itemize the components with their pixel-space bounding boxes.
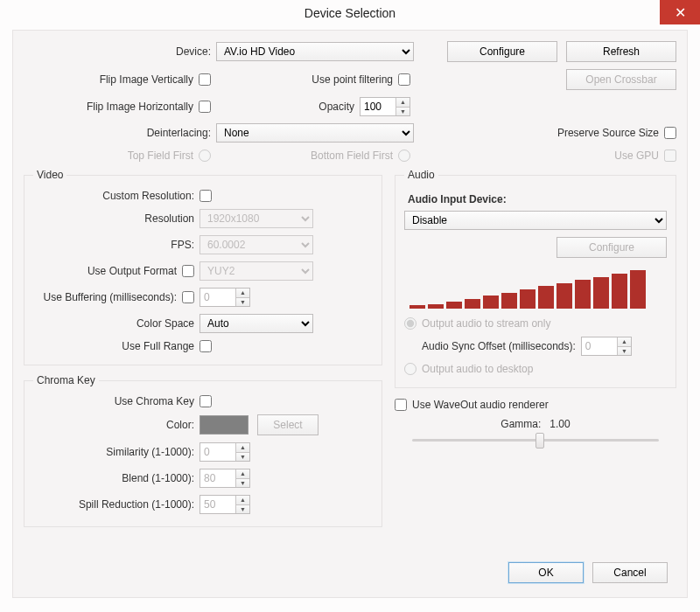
chroma-select-button[interactable]: Select [257,414,318,435]
close-button[interactable]: ✕ [660,0,700,24]
resolution-select[interactable]: 1920x1080 [200,209,313,228]
titlebar: Device Selection ✕ [0,0,700,26]
chevron-down-icon[interactable]: ▼ [236,298,249,307]
color-space-select[interactable]: Auto [200,314,313,333]
sync-offset-label: Audio Sync Offset (milliseconds): [422,340,576,352]
close-icon: ✕ [675,4,686,21]
window-title: Device Selection [304,6,396,20]
blend-spinner[interactable]: ▲▼ [200,469,250,488]
use-output-format-checkbox[interactable] [182,265,194,277]
gamma-slider[interactable] [412,439,659,442]
refresh-button[interactable]: Refresh [566,41,676,62]
fps-label: FPS: [33,239,200,251]
use-chroma-label: Use Chroma Key [115,395,194,407]
deinterlacing-select[interactable]: None [216,123,414,143]
blend-input[interactable] [200,469,235,487]
audio-level-meter [410,270,667,309]
top-field-first-label: Top Field First [128,150,193,162]
use-buffering-label: Use Buffering (milliseconds): [43,291,177,303]
use-point-filtering-checkbox[interactable] [398,73,410,86]
output-stream-label: Output audio to stream only [422,317,550,330]
audio-input-device-select[interactable]: Disable [404,211,667,230]
gamma-value: 1.00 [550,418,570,430]
use-gpu-label: Use GPU [614,150,659,162]
top-field-first-radio [199,150,211,162]
video-fieldset: Video Custom Resolution: Resolution 1920… [24,169,382,365]
chroma-color-label: Color: [33,419,200,431]
opacity-input[interactable] [360,98,396,115]
sync-offset-input[interactable] [582,337,617,355]
audio-fieldset: Audio Audio Input Device: Disable Config… [395,169,676,388]
gamma-slider-thumb[interactable] [536,433,544,449]
spill-input[interactable] [200,496,235,513]
device-label: Device: [24,45,216,58]
chevron-down-icon[interactable]: ▼ [236,479,249,488]
use-gpu-checkbox [664,150,676,162]
spill-label: Spill Reduction (1-1000): [33,498,200,511]
chroma-color-swatch [200,415,248,435]
audio-legend: Audio [404,169,438,181]
chevron-up-icon[interactable]: ▲ [236,496,249,505]
buffering-spinner[interactable]: ▲▼ [200,288,250,307]
chroma-legend: Chroma Key [33,374,99,386]
use-waveout-checkbox[interactable] [395,399,407,411]
opacity-spinner[interactable]: ▲▼ [360,97,410,116]
chroma-fieldset: Chroma Key Use Chroma Key Color: Select … [24,374,382,527]
flip-horizontal-checkbox[interactable] [199,101,211,113]
chevron-up-icon[interactable]: ▲ [236,289,249,298]
output-desktop-radio [404,363,416,375]
fps-select[interactable]: 60.0002 [200,235,313,254]
chevron-up-icon[interactable]: ▲ [236,469,249,479]
use-buffering-checkbox[interactable] [182,291,194,303]
use-waveout-label: Use WaveOut audio renderer [412,399,549,411]
custom-resolution-checkbox[interactable] [200,190,212,202]
buffering-input[interactable] [200,289,235,306]
bottom-field-first-label: Bottom Field First [311,150,393,162]
resolution-label: Resolution [33,212,200,225]
flip-vertical-checkbox[interactable] [199,73,211,86]
device-select[interactable]: AV.io HD Video [216,42,414,61]
similarity-spinner[interactable]: ▲▼ [200,442,250,462]
use-point-filtering-label: Use point filtering [312,73,393,86]
use-output-format-label: Use Output Format [88,265,177,277]
chevron-up-icon[interactable]: ▲ [396,98,410,108]
spill-spinner[interactable]: ▲▼ [200,495,250,514]
sync-offset-spinner[interactable]: ▲▼ [581,337,632,356]
video-legend: Video [33,169,66,181]
chevron-down-icon[interactable]: ▼ [396,108,410,116]
similarity-input[interactable] [200,443,235,461]
flip-horizontal-label: Flip Image Horizontally [87,101,193,113]
blend-label: Blend (1-1000): [33,472,200,484]
color-space-label: Color Space [33,317,200,330]
output-desktop-label: Output audio to desktop [422,363,533,375]
deinterlacing-label: Deinterlacing: [24,127,216,139]
flip-vertical-label: Flip Image Vertically [100,73,193,86]
chevron-up-icon[interactable]: ▲ [236,443,249,453]
audio-configure-button[interactable]: Configure [556,237,667,258]
chevron-up-icon[interactable]: ▲ [618,337,631,347]
ok-button[interactable]: OK [508,562,584,583]
dialog-footer: OK Cancel [508,562,668,583]
cancel-button[interactable]: Cancel [592,562,668,583]
chevron-down-icon[interactable]: ▼ [618,347,631,356]
preserve-source-label: Preserve Source Size [557,127,659,139]
use-chroma-checkbox[interactable] [200,395,212,407]
use-full-range-checkbox[interactable] [200,340,212,352]
similarity-label: Similarity (1-1000): [33,446,200,458]
output-stream-radio [404,317,416,330]
custom-resolution-label: Custom Resolution: [102,190,194,202]
output-format-select[interactable]: YUY2 [200,261,313,281]
audio-input-device-label: Audio Input Device: [408,193,667,205]
use-full-range-label: Use Full Range [122,340,194,352]
dialog-body: Device: AV.io HD Video Configure Refresh… [12,30,688,598]
top-controls: Device: AV.io HD Video Configure Refresh… [24,41,676,162]
gamma-label: Gamma: [500,418,541,430]
open-crossbar-button[interactable]: Open Crossbar [566,69,676,90]
preserve-source-checkbox[interactable] [664,127,676,139]
opacity-label: Opacity [318,101,354,113]
chevron-down-icon[interactable]: ▼ [236,505,249,514]
configure-button[interactable]: Configure [447,41,557,62]
chevron-down-icon[interactable]: ▼ [236,453,249,462]
bottom-field-first-radio [398,150,410,162]
